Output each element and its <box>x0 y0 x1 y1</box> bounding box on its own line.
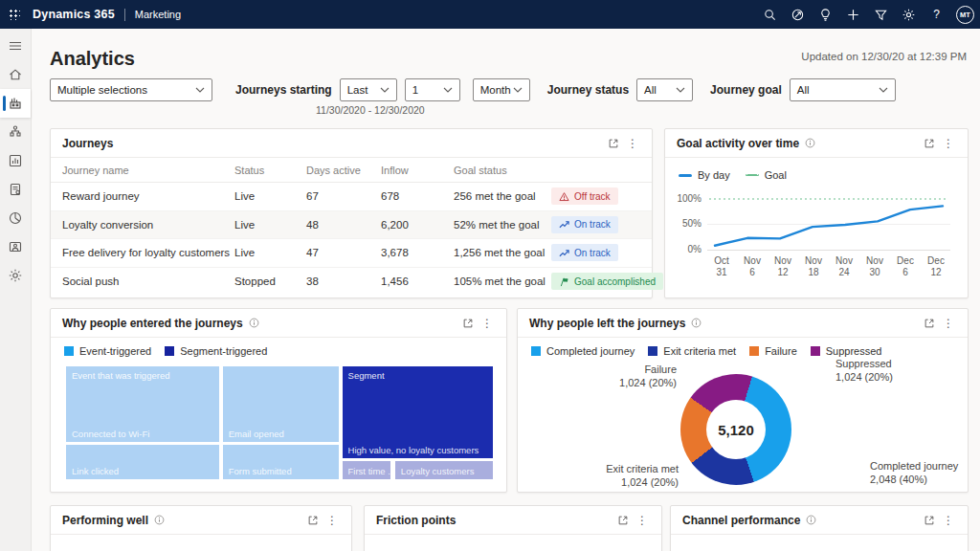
goal-status-badge: Goal accomplished <box>551 273 663 290</box>
gear-icon[interactable] <box>895 0 923 29</box>
entered-journeys-card: Why people entered the journeys ⋮ Event-… <box>50 308 507 493</box>
table-cell: 52% met the goal <box>454 219 551 231</box>
donut-callout: Suppressed1,024 (20%) <box>835 357 893 384</box>
treemap-cell[interactable]: Form submitted <box>223 445 339 479</box>
column-header: Days active <box>306 165 381 176</box>
treemap-group-label: Segment <box>348 370 385 381</box>
treemap-cell-label: High value, no loyalty customers <box>348 445 479 455</box>
sidebar-item-assets[interactable] <box>0 232 31 261</box>
table-cell: 67 <box>306 190 381 202</box>
x-axis-tick: Dec12 <box>922 255 950 278</box>
treemap-cell-label: First time ... <box>348 466 391 476</box>
more-options-icon[interactable]: ⋮ <box>478 313 497 334</box>
treemap-cell[interactable]: Event that was triggeredConnected to Wi-… <box>66 366 219 442</box>
hamburger-menu-icon[interactable] <box>0 32 31 60</box>
journey-goal-value: All <box>797 84 810 96</box>
x-axis-tick: Nov30 <box>860 255 889 278</box>
journey-multiselect-dropdown[interactable]: Multiple selections <box>50 78 212 101</box>
info-icon[interactable] <box>154 515 165 525</box>
treemap-cell[interactable]: Link clicked <box>66 445 219 479</box>
info-icon[interactable] <box>249 318 259 328</box>
friction-points-card: Friction points ⋮ <box>364 505 662 551</box>
add-icon[interactable] <box>839 0 867 29</box>
table-cell: On track <box>551 244 640 261</box>
legend-item: By day <box>679 169 730 181</box>
more-options-icon[interactable]: ⋮ <box>939 133 958 154</box>
treemap-cell[interactable]: First time ... <box>343 461 391 479</box>
sidebar-item-forms[interactable] <box>0 175 31 204</box>
legend-swatch <box>746 174 759 176</box>
range-mode-dropdown[interactable]: Last <box>340 78 397 101</box>
avatar[interactable]: MT <box>956 6 974 24</box>
search-icon[interactable] <box>756 0 784 29</box>
expand-icon[interactable] <box>920 133 939 154</box>
table-row[interactable]: Free delivery for loyalty customersLive4… <box>51 239 652 268</box>
entered-treemap: Event that was triggeredConnected to Wi-… <box>66 366 493 479</box>
legend-swatch <box>64 346 74 356</box>
treemap-cell[interactable]: SegmentHigh value, no loyalty customers <box>343 366 493 458</box>
table-row[interactable]: Social pushStopped381,456105% met the go… <box>51 268 652 297</box>
filter-icon[interactable] <box>867 0 895 29</box>
sidebar-item-segments[interactable] <box>0 204 31 232</box>
journey-status-label: Journey status <box>547 83 629 97</box>
sidebar-item-flow[interactable] <box>0 118 31 146</box>
table-cell: 1,456 <box>381 276 454 287</box>
updated-timestamp: Updated on 12/30/20 at 12:39 PM <box>801 51 967 62</box>
more-options-icon[interactable]: ⋮ <box>623 133 642 154</box>
treemap-cell[interactable]: Loyalty customers <box>395 461 493 479</box>
journey-goal-dropdown[interactable]: All <box>790 78 896 101</box>
expand-icon[interactable] <box>458 313 478 334</box>
legend-item: Segment-triggered <box>165 345 267 357</box>
more-options-icon[interactable]: ⋮ <box>323 510 342 531</box>
table-cell: 3,678 <box>381 247 454 258</box>
card-title: Channel performance <box>682 514 800 527</box>
x-axis-tick: Dec6 <box>891 255 920 278</box>
table-cell: Loyalty conversion <box>62 219 234 231</box>
topbar-left: Dynamics 365 Marketing <box>0 0 181 29</box>
goal-chart-canvas <box>707 196 950 252</box>
sidebar-item-home[interactable] <box>0 60 31 89</box>
page-title: Analytics <box>50 48 135 70</box>
info-icon[interactable] <box>805 138 815 148</box>
waffle-dots <box>9 9 20 20</box>
card-title: Friction points <box>376 514 456 527</box>
table-cell: 1,256 met the goal <box>454 247 551 258</box>
table-row[interactable]: Loyalty conversionLive486,20052% met the… <box>51 211 652 240</box>
lightbulb-icon[interactable] <box>812 0 839 29</box>
x-axis-tick: Nov12 <box>768 255 797 278</box>
range-count-value: 1 <box>412 84 418 96</box>
legend-swatch <box>679 174 692 177</box>
donut-chart[interactable]: 5,120 <box>680 374 791 485</box>
compass-icon[interactable] <box>784 0 812 29</box>
expand-icon[interactable] <box>920 510 939 531</box>
x-axis-tick: Nov6 <box>738 255 767 278</box>
more-options-icon[interactable]: ⋮ <box>633 510 652 531</box>
expand-icon[interactable] <box>604 133 623 154</box>
journey-status-dropdown[interactable]: All <box>636 78 693 101</box>
waffle-menu-icon[interactable] <box>0 0 29 29</box>
range-count-dropdown[interactable]: 1 <box>405 78 460 101</box>
x-axis-tick: Oct31 <box>707 255 736 278</box>
help-icon[interactable]: ? <box>923 0 950 29</box>
y-axis-tick: 100% <box>671 193 702 204</box>
app-title[interactable]: Dynamics 365 <box>33 8 115 21</box>
channel-performance-card: Channel performance ⋮ <box>670 505 969 551</box>
expand-icon[interactable] <box>613 510 633 531</box>
sidebar-item-settings[interactable] <box>0 261 31 290</box>
filter-bar: Multiple selections Journeys starting La… <box>50 78 896 101</box>
info-icon[interactable] <box>806 515 816 525</box>
sidebar-item-charts[interactable] <box>0 146 31 175</box>
module-title[interactable]: Marketing <box>135 9 181 20</box>
topbar-divider <box>124 9 125 21</box>
card-header: Why people entered the journeys ⋮ <box>51 309 506 338</box>
table-row[interactable]: Reward journeyLive67678256 met the goalO… <box>51 183 652 211</box>
range-mode-value: Last <box>347 84 368 96</box>
expand-icon[interactable] <box>303 510 323 531</box>
sidebar-item-analytics[interactable] <box>0 89 31 118</box>
treemap-cell[interactable]: Email opened <box>223 366 339 442</box>
treemap-cell-label: Link clicked <box>72 466 119 476</box>
range-unit-dropdown[interactable]: Month <box>473 78 530 101</box>
more-options-icon[interactable]: ⋮ <box>939 510 958 531</box>
legend-swatch <box>165 346 174 356</box>
x-axis-tick: Nov24 <box>830 255 858 278</box>
